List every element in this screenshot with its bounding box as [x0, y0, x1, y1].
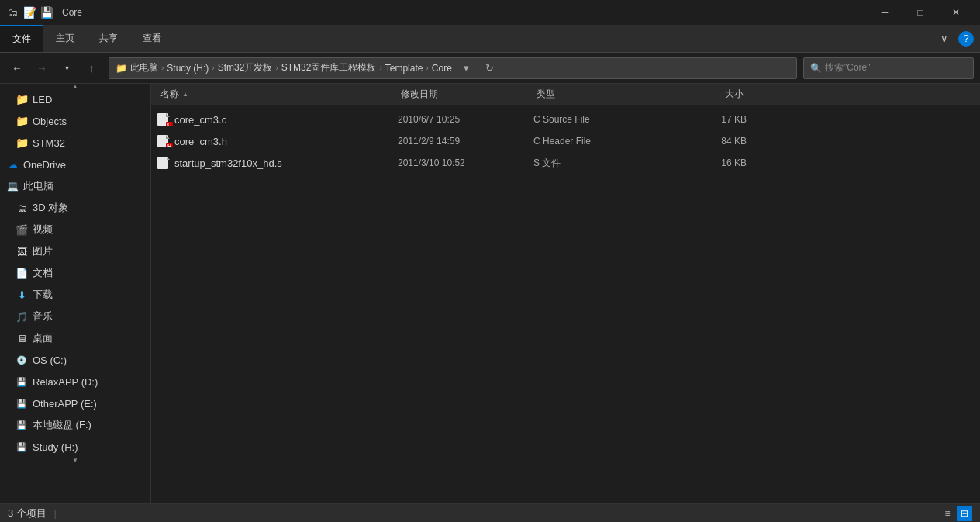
sidebar-item-label: 桌面 [33, 331, 53, 345]
item-count: 3 个项目 [8, 507, 47, 519]
sidebar-item-label: Study (H:) [33, 441, 78, 453]
sidebar-item-label: LED [33, 94, 52, 105]
col-header-size[interactable]: 大小 [669, 88, 747, 101]
app-icon-2: 📝 [23, 6, 36, 19]
sidebar-item-driveh[interactable]: 💾 Study (H:) [0, 436, 150, 458]
file-size-cell: 17 KB [669, 114, 747, 125]
ribbon-help-button[interactable]: ? [958, 31, 974, 47]
scroll-down-indicator[interactable]: ▼ [0, 458, 150, 462]
search-box[interactable]: 🔍 搜索"Core" [803, 57, 974, 79]
addr-item-4[interactable]: Template [385, 63, 423, 74]
sidebar-item-thispc[interactable]: 💻 此电脑 [0, 175, 150, 197]
window-controls: ─ □ ✕ [867, 0, 974, 25]
nav-forward-button[interactable]: → [31, 57, 53, 79]
addr-sep-0: › [161, 64, 164, 72]
col-header-name[interactable]: 名称 ▲ [157, 88, 398, 101]
sidebar-item-video[interactable]: 🎬 视频 [0, 219, 150, 240]
addr-item-1[interactable]: Study (H:) [167, 63, 209, 74]
addr-sep-1: › [212, 64, 214, 72]
sidebar-item-onedrive[interactable]: ☁ OneDrive [0, 154, 150, 175]
addr-folder-icon: 📁 [116, 63, 127, 74]
minimize-button[interactable]: ─ [867, 0, 902, 25]
file-date-cell: 2011/3/10 10:52 [398, 157, 533, 168]
sidebar-item-label: STM32 [33, 137, 65, 149]
file-size: 16 KB [721, 157, 747, 168]
sidebar-item-pictures[interactable]: 🖼 图片 [0, 240, 150, 262]
file-size: 17 KB [721, 114, 747, 125]
title-bar-icons: 🗂 📝 💾 [6, 6, 53, 19]
nav-recent-button[interactable]: ▾ [56, 57, 78, 79]
sidebar-item-label: 3D 对象 [33, 201, 68, 215]
sidebar-item-drived[interactable]: 💾 RelaxAPP (D:) [0, 371, 150, 392]
ribbon-tab-home[interactable]: 主页 [43, 25, 87, 52]
ribbon: 文件 主页 共享 查看 ∨ ? [0, 25, 980, 53]
addr-item-3[interactable]: STM32固件库工程模板 [281, 61, 377, 74]
nav-back-button[interactable]: ← [6, 57, 28, 79]
file-type-cell: C Header File [533, 136, 669, 147]
address-refresh-button[interactable]: ↻ [481, 60, 499, 77]
addr-item-2[interactable]: Stm32开发板 [218, 61, 273, 74]
file-name-cell: H core_cm3.h [157, 135, 398, 147]
drive-c-icon: 💿 [16, 354, 28, 366]
sidebar-item-objects[interactable]: 📁 Objects [0, 110, 150, 132]
sidebar-item-downloads[interactable]: ⬇ 下载 [0, 284, 150, 306]
ribbon-tab-share[interactable]: 共享 [87, 25, 130, 52]
sidebar-item-docs[interactable]: 📄 文档 [0, 262, 150, 284]
sidebar-item-3dobjects[interactable]: 🗂 3D 对象 [0, 197, 150, 219]
sidebar-item-label: 视频 [33, 223, 53, 237]
table-row[interactable]: H core_cm3.h 2011/2/9 14:59 C Header Fil… [151, 130, 980, 152]
nav-up-button[interactable]: ↑ [81, 57, 102, 79]
address-bar[interactable]: 📁 此电脑 › Study (H:) › Stm32开发板 › STM32固件库… [109, 57, 797, 79]
col-header-type[interactable]: 类型 [533, 88, 669, 101]
sidebar-item-drivef[interactable]: 💾 本地磁盘 (F:) [0, 414, 150, 436]
sidebar-item-label: OS (C:) [33, 354, 67, 366]
file-type-cell: S 文件 [533, 157, 669, 170]
sidebar-item-stm32[interactable]: 📁 STM32 [0, 132, 150, 154]
ribbon-collapse-button[interactable]: ∨ [933, 28, 955, 50]
col-header-date[interactable]: 修改日期 [398, 88, 533, 101]
file-date-cell: 2010/6/7 10:25 [398, 114, 533, 125]
file-type-cell: C Source File [533, 114, 669, 125]
drive-e-icon: 💾 [16, 397, 28, 410]
file-icon-h: H [157, 135, 170, 147]
file-size-cell: 16 KB [669, 157, 747, 168]
file-name: core_cm3.h [174, 136, 227, 147]
sidebar-item-music[interactable]: 🎵 音乐 [0, 306, 150, 327]
col-size-label: 大小 [725, 88, 744, 101]
sidebar-item-label: RelaxAPP (D:) [33, 376, 98, 388]
file-name: startup_stm32f10x_hd.s [174, 157, 282, 169]
maximize-button[interactable]: □ [902, 0, 938, 25]
addr-item-0[interactable]: 此电脑 [130, 61, 158, 74]
status-text: 3 个项目 | [8, 506, 61, 520]
col-type-label: 类型 [537, 88, 555, 101]
sidebar-item-drivec[interactable]: 💿 OS (C:) [0, 349, 150, 371]
file-icon-s [157, 157, 170, 169]
sidebar-item-led[interactable]: 📁 LED [0, 88, 150, 110]
file-size-cell: 84 KB [669, 136, 747, 147]
sidebar-item-desktop[interactable]: 🖥 桌面 [0, 327, 150, 349]
sidebar-item-label: 图片 [33, 244, 53, 258]
sidebar-item-label: 此电脑 [23, 179, 53, 193]
drive-h-icon: 💾 [16, 441, 28, 453]
addr-item-5[interactable]: Core [432, 63, 452, 74]
sidebar-item-label: 下载 [33, 288, 53, 302]
file-icon-c: C [157, 113, 170, 126]
addr-sep-4: › [426, 64, 428, 72]
ribbon-tab-file[interactable]: 文件 [0, 25, 43, 52]
view-list-button[interactable]: ⊟ [957, 506, 972, 521]
status-bar: 3 个项目 | ≡ ⊟ [0, 503, 980, 522]
address-dropdown-button[interactable]: ▾ [458, 60, 475, 77]
file-type: C Header File [533, 136, 591, 147]
desktop-icon: 🖥 [16, 332, 28, 344]
table-row[interactable]: startup_stm32f10x_hd.s 2011/3/10 10:52 S… [151, 152, 980, 174]
ribbon-tab-view[interactable]: 查看 [130, 25, 174, 52]
view-details-button[interactable]: ≡ [940, 506, 955, 521]
sidebar-item-drivee[interactable]: 💾 OtherAPP (E:) [0, 392, 150, 414]
folder-icon: 📁 [16, 137, 28, 149]
table-row[interactable]: C core_cm3.c 2010/6/7 10:25 C Source Fil… [151, 109, 980, 130]
onedrive-icon: ☁ [6, 158, 19, 171]
app-icon-3: 💾 [40, 6, 53, 19]
folder-icon: 📁 [16, 93, 28, 105]
close-button[interactable]: ✕ [938, 0, 974, 25]
search-icon: 🔍 [810, 63, 822, 74]
